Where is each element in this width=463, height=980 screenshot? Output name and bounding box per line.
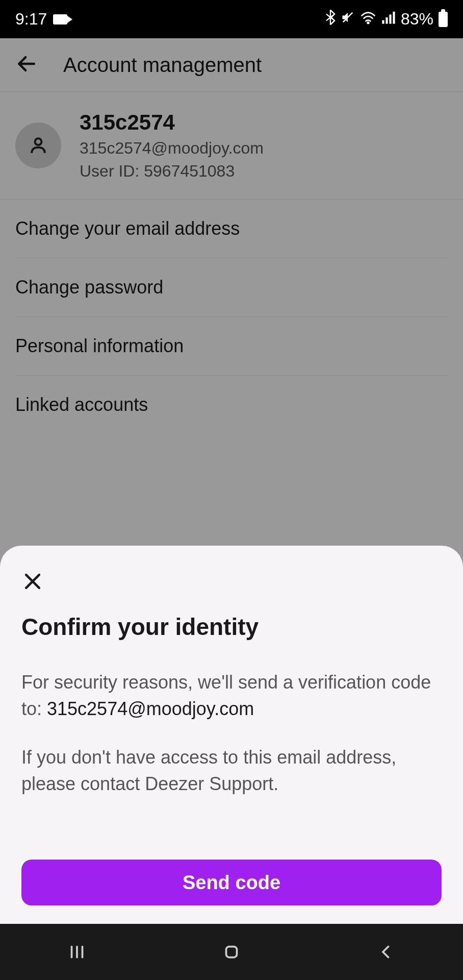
bottom-sheet: Confirm your identity For security reaso…: [0, 546, 463, 924]
back-chevron-icon: [377, 943, 395, 961]
close-button[interactable]: [21, 570, 442, 595]
battery-icon: [439, 12, 448, 27]
nav-home-button[interactable]: [219, 939, 244, 965]
bluetooth-icon: [325, 9, 336, 30]
mute-icon: [341, 10, 355, 29]
wifi-icon: [360, 10, 376, 29]
home-icon: [222, 943, 241, 961]
svg-rect-4: [389, 14, 391, 23]
signal-icon: [381, 10, 396, 29]
status-right: 83%: [325, 9, 448, 30]
svg-point-1: [368, 22, 369, 23]
svg-rect-3: [385, 17, 388, 24]
nav-back-button[interactable]: [373, 939, 399, 965]
close-icon: [21, 570, 44, 593]
sheet-title: Confirm your identity: [21, 613, 442, 641]
sheet-text-1: For security reasons, we'll send a verif…: [21, 669, 442, 722]
status-bar: 9:17 83%: [0, 0, 463, 38]
svg-rect-5: [393, 12, 395, 24]
battery-percent: 83%: [401, 10, 433, 29]
send-code-button[interactable]: Send code: [21, 860, 442, 905]
status-left: 9:17: [15, 10, 67, 29]
sheet-verification-email: 315c2574@moodjoy.com: [47, 698, 254, 719]
svg-rect-10: [226, 947, 237, 958]
svg-rect-2: [382, 20, 384, 24]
recents-icon: [68, 943, 86, 961]
navigation-bar: [0, 924, 463, 980]
nav-recents-button[interactable]: [64, 939, 90, 965]
sheet-text-2: If you don't have access to this email a…: [21, 744, 442, 797]
camera-icon: [53, 14, 67, 24]
status-time: 9:17: [15, 10, 47, 29]
